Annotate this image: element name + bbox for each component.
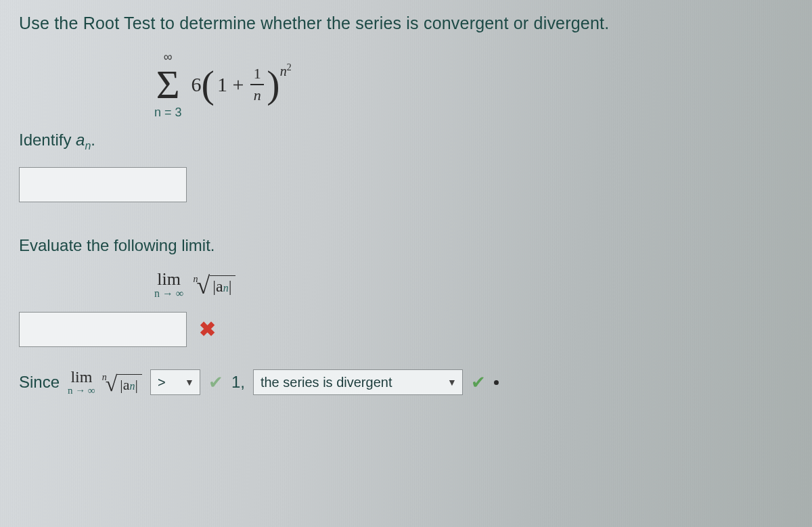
series-expression: ∞ Σ n = 3 6 ( 1 + 1 n ) n2 (154, 51, 793, 118)
series-term: 6 ( 1 + 1 n ) n2 (191, 65, 292, 104)
one-plus: 1 + (217, 73, 244, 96)
chevron-down-icon: ▼ (447, 377, 457, 388)
check-icon: ✔ (471, 372, 486, 393)
close-paren: ) (267, 65, 279, 104)
conclusion-row: Since lim n → ∞ n √ |an| > ▼ ✔ 1, the se… (19, 369, 793, 396)
limit-expression: lim n → ∞ n √ |an| (154, 270, 793, 300)
identify-an-input[interactable] (19, 167, 187, 202)
one-comma: 1, (231, 373, 245, 392)
fraction-denominator: n (254, 87, 261, 104)
conclusion-limit-operator: lim n → ∞ (68, 369, 95, 396)
check-icon: ✔ (208, 372, 223, 393)
sigma-upper-bound: ∞ (164, 51, 173, 63)
exponent: n2 (280, 62, 292, 79)
open-paren: ( (202, 65, 215, 104)
radicand: |an| (210, 275, 235, 296)
verdict-select[interactable]: the series is divergent ▼ (253, 369, 463, 395)
fraction-bar (250, 84, 264, 85)
radical-symbol: √ (196, 271, 210, 300)
sigma-lower-bound: n = 3 (154, 106, 182, 118)
limit-value-input[interactable] (19, 312, 187, 347)
since-word: Since (19, 373, 60, 392)
lim-condition: n → ∞ (154, 288, 183, 300)
sigma: ∞ Σ n = 3 (154, 51, 182, 118)
exponent-power: 2 (287, 62, 292, 72)
conclusion-nth-root: n √ |an| (102, 371, 142, 396)
identify-label: Identify an. (19, 131, 793, 152)
chevron-down-icon: ▼ (185, 377, 194, 388)
exponent-base: n (280, 64, 287, 78)
limit-operator: lim n → ∞ (154, 270, 183, 300)
nth-root: n √ |an| (193, 271, 235, 300)
fraction: 1 n (250, 65, 264, 104)
lim-word: lim (157, 270, 181, 288)
sigma-symbol: Σ (156, 64, 180, 105)
incorrect-icon: ✖ (199, 317, 216, 341)
a-subscript: n (85, 140, 91, 152)
a-symbol: a (76, 131, 85, 149)
problem-prompt: Use the Root Test to determine whether t… (19, 14, 793, 33)
comparison-select[interactable]: > ▼ (150, 369, 200, 395)
coefficient: 6 (191, 73, 202, 96)
comparison-selected-value: > (158, 375, 166, 390)
verdict-selected-value: the series is divergent (261, 375, 392, 390)
evaluate-label: Evaluate the following limit. (19, 236, 793, 255)
fraction-numerator: 1 (254, 65, 261, 83)
period-dot (494, 380, 499, 385)
